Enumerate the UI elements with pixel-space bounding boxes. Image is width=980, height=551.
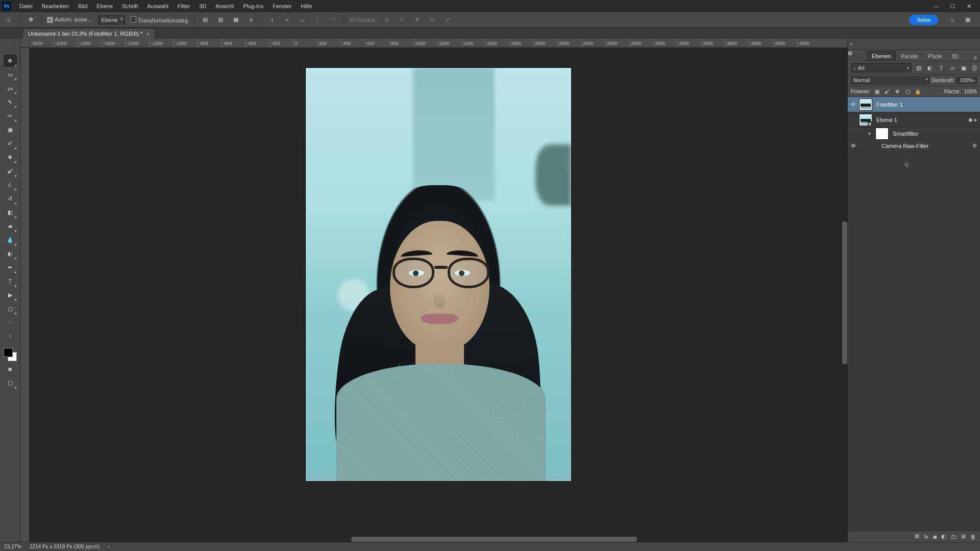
healing-brush-tool[interactable]: ✚ <box>4 151 17 163</box>
filter-toggle[interactable] <box>972 64 977 71</box>
edit-toolbar-icon[interactable]: ⫶ <box>4 330 17 342</box>
blur-tool[interactable]: 💧 <box>4 234 17 246</box>
menu-fenster[interactable]: Fenster <box>268 1 296 11</box>
horizontal-scrollbar[interactable] <box>351 537 637 542</box>
brush-tool[interactable]: 🖌 <box>4 165 17 177</box>
collapse-icon[interactable]: ▾ <box>868 131 875 136</box>
more-align-icon[interactable]: ⋯ <box>328 15 338 25</box>
path-select-tool[interactable]: ▶ <box>4 289 17 301</box>
status-flyout-icon[interactable]: › <box>108 544 109 549</box>
fill-input[interactable]: 100% <box>964 89 977 94</box>
distribute-h-icon[interactable]: ≡ <box>246 15 256 25</box>
layer-name[interactable]: Smartfilter <box>889 131 980 137</box>
frame-tool[interactable]: ▣ <box>4 123 17 136</box>
layer-row-ebene-1[interactable]: ▣ Ebene 1 ◉▸ <box>848 112 980 128</box>
blend-mode-dropdown[interactable]: Normal <box>851 77 929 84</box>
pen-tool[interactable]: ✒ <box>4 261 17 273</box>
layer-row-fotofilter-1[interactable]: 👁 Fotofilter 1 <box>848 97 980 112</box>
align-center-v-icon[interactable]: ⫟ <box>282 15 292 25</box>
lock-all-icon[interactable]: 🔒 <box>914 88 921 95</box>
tab-kanaele[interactable]: Kanäle <box>897 52 922 61</box>
quick-select-tool[interactable]: ✎ <box>4 96 17 108</box>
filter-options-icon[interactable]: ⚙ <box>972 143 977 148</box>
layer-row-camera-raw-filter[interactable]: 👁 Camera Raw-Filter ⚙ <box>848 140 980 152</box>
delete-layer-icon[interactable]: 🗑 <box>970 534 976 540</box>
maximize-button[interactable]: ☐ <box>947 3 958 10</box>
menu-ebene[interactable]: Ebene <box>92 1 117 11</box>
auto-select-target-dropdown[interactable]: Ebene <box>98 15 126 24</box>
filter-pixel-icon[interactable]: ▧ <box>915 64 923 72</box>
menu-hilfe[interactable]: Hilfe <box>297 1 316 11</box>
layer-name[interactable]: Fotofilter 1 <box>872 102 980 108</box>
visibility-toggle[interactable]: 👁 <box>848 101 859 108</box>
expand-icon[interactable]: ▸ <box>974 117 977 122</box>
close-tab-icon[interactable]: × <box>146 31 150 37</box>
lock-position-icon[interactable]: ✥ <box>894 88 901 95</box>
layer-thumbnail[interactable]: ▣ <box>859 114 872 126</box>
gradient-tool[interactable]: ▰ <box>4 220 17 232</box>
zoom-level[interactable]: 23,27% <box>4 544 21 549</box>
tab-3d[interactable]: 3D <box>947 52 963 61</box>
screen-mode-icon[interactable]: ▢ <box>4 377 17 389</box>
workspace-switcher-icon[interactable]: ▦ <box>963 15 973 25</box>
menu-bild[interactable]: Bild <box>74 1 91 11</box>
color-swatches[interactable] <box>4 348 17 361</box>
document-tab[interactable]: Unbenannt-1 bei 23,3% (Fotofilter 1, RGB… <box>22 28 155 39</box>
vertical-ruler[interactable] <box>20 48 30 542</box>
history-panel-icon[interactable]: ✿ <box>848 50 864 61</box>
canvas-stage[interactable] <box>30 48 847 542</box>
filter-smart-icon[interactable]: ▣ <box>960 64 968 72</box>
foreground-color-swatch[interactable] <box>4 348 13 357</box>
lock-pixels-icon[interactable]: 🖌 <box>884 88 891 95</box>
distribute-v-icon[interactable]: ⋮ <box>313 15 323 25</box>
history-brush-tool[interactable]: ↺ <box>4 192 17 205</box>
menu-auswahl[interactable]: Auswahl <box>143 1 173 11</box>
home-icon[interactable]: ⌂ <box>3 14 14 26</box>
align-bottom-icon[interactable]: ⫠ <box>298 15 308 25</box>
filter-shape-icon[interactable]: ▱ <box>948 64 957 72</box>
shape-tool[interactable]: ▢ <box>4 303 17 315</box>
document-dims[interactable]: 2214 Px x 3319 Px (300 ppcm) <box>30 544 100 549</box>
menu-3d[interactable]: 3D <box>195 1 210 11</box>
layer-thumbnail[interactable] <box>859 98 872 111</box>
lasso-tool[interactable]: ᔕ <box>4 82 17 94</box>
filter-adjust-icon[interactable]: ◐ <box>926 64 934 72</box>
move-tool[interactable]: ✥ <box>4 55 17 67</box>
layer-filter-type-dropdown[interactable]: ⌕ Art ▾ <box>851 63 912 72</box>
tab-pfade[interactable]: Pfade <box>923 52 946 61</box>
menu-schrift[interactable]: Schrift <box>118 1 142 11</box>
lock-transparency-icon[interactable]: ▦ <box>873 88 880 95</box>
link-layers-icon[interactable]: ⌘ <box>914 533 920 540</box>
dodge-tool[interactable]: ◐ <box>4 247 17 260</box>
visibility-toggle[interactable]: 👁 <box>848 142 859 149</box>
collapse-dock-icon[interactable]: « <box>850 41 857 47</box>
layer-row-smartfilter[interactable]: ▾ Smartfilter <box>848 128 980 140</box>
layer-fx-icon[interactable]: fx <box>924 534 929 540</box>
tab-ebenen[interactable]: Ebenen <box>867 51 896 61</box>
type-tool[interactable]: T <box>4 275 17 287</box>
align-right-icon[interactable]: ▦ <box>231 15 241 25</box>
filter-type-icon[interactable]: T <box>937 64 945 72</box>
eraser-tool[interactable]: ◧ <box>4 206 17 218</box>
clone-stamp-tool[interactable]: ⎌ <box>4 179 17 191</box>
new-group-icon[interactable]: 🗀 <box>951 534 957 540</box>
align-left-icon[interactable]: ▤ <box>200 15 210 25</box>
search-icon[interactable]: ⌕ <box>947 15 958 25</box>
new-layer-icon[interactable]: ⊞ <box>961 533 966 540</box>
marquee-tool[interactable]: ▭ <box>4 68 17 81</box>
toolbar-grip-icon[interactable]: ¨ <box>4 41 17 53</box>
panel-menu-icon[interactable]: ≡ <box>974 55 980 61</box>
layer-name[interactable]: Ebene 1 <box>872 117 968 123</box>
menu-bearbeiten[interactable]: Bearbeiten <box>38 1 73 11</box>
align-center-h-icon[interactable]: ▥ <box>215 15 226 25</box>
vertical-scrollbar[interactable] <box>842 221 847 364</box>
add-mask-icon[interactable]: ◙ <box>933 534 937 540</box>
ruler-origin[interactable] <box>20 39 30 48</box>
lock-artboard-icon[interactable]: ▢ <box>904 88 911 95</box>
document-canvas[interactable] <box>306 68 571 481</box>
minimize-button[interactable]: — <box>931 3 941 10</box>
menu-filter[interactable]: Filter <box>174 1 194 11</box>
auto-select-checkbox[interactable]: ✓Autom. ausw… <box>47 16 93 23</box>
more-tools-icon[interactable]: ⋯ <box>4 316 17 329</box>
horizontal-ruler[interactable]: -2000-2000-1800-1600-1400-1200-1000-800-… <box>30 39 847 48</box>
